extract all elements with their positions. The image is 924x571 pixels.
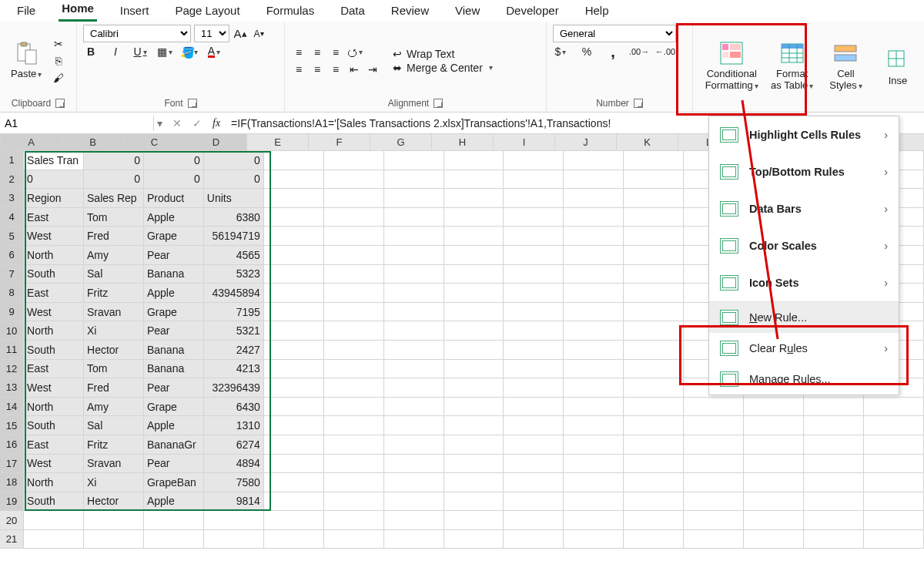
cell[interactable] [684,492,744,512]
cell[interactable] [444,321,504,341]
cell[interactable]: Sravan [84,303,144,322]
cell[interactable]: West [24,227,84,246]
cell[interactable]: 5321 [204,321,264,341]
cf-menu-highlight-cells-rules[interactable]: Highlight Cells Rules› [709,116,899,153]
cell[interactable]: 32396439 [204,378,264,398]
cell[interactable]: GrapeBan [144,473,204,492]
bold-button[interactable]: B [83,44,99,59]
cell[interactable] [564,170,624,190]
cell[interactable] [264,227,324,246]
cell[interactable] [444,378,504,398]
decrease-font-icon[interactable]: A▾ [251,26,266,42]
cell[interactable] [324,284,384,303]
tab-file[interactable]: File [14,2,38,22]
cell[interactable] [564,455,624,474]
cell[interactable]: Fritz [84,435,144,455]
cell[interactable]: 7195 [204,303,264,322]
cell[interactable]: 0 [84,170,144,190]
indent-increase-icon[interactable]: ⇥ [365,62,380,77]
cell[interactable] [624,189,684,208]
cell[interactable] [444,416,504,435]
cell[interactable]: Amy [84,398,144,417]
cell[interactable] [744,473,804,492]
column-header[interactable]: K [617,134,678,151]
cell[interactable] [504,208,564,227]
column-header[interactable]: D [186,134,247,151]
cell[interactable]: Sales Rep [84,189,144,208]
cell[interactable]: Banana [144,265,204,284]
cell[interactable]: Apple [144,416,204,435]
cell[interactable]: 5323 [204,265,264,284]
align-left-icon[interactable]: ≡ [291,62,306,77]
tab-view[interactable]: View [452,2,483,22]
row-header[interactable]: 2 [0,170,24,190]
cell[interactable]: Product [144,189,204,208]
align-center-icon[interactable]: ≡ [310,62,325,77]
cell[interactable] [624,246,684,265]
cell[interactable] [444,360,504,379]
cell[interactable] [444,227,504,246]
cell[interactable] [564,189,624,208]
cell[interactable] [384,284,444,303]
cell[interactable] [324,265,384,284]
cell[interactable] [504,360,564,379]
cf-menu-new-rule-[interactable]: New Rule... [709,302,899,333]
row-header[interactable]: 7 [0,265,24,284]
cell[interactable] [84,511,144,530]
cell[interactable] [324,341,384,360]
cell[interactable]: 0 [144,170,204,190]
tab-page-layout[interactable]: Page Layout [172,2,243,22]
cell[interactable] [624,227,684,246]
cell[interactable] [444,265,504,284]
comma-format-icon[interactable]: , [605,44,621,59]
cell[interactable] [444,284,504,303]
cell[interactable] [444,170,504,190]
cell[interactable] [324,227,384,246]
cell[interactable] [624,398,684,417]
cell[interactable]: 0 [204,151,264,170]
cell[interactable] [564,492,624,512]
cell[interactable] [384,265,444,284]
cell[interactable] [384,227,444,246]
cell[interactable] [384,151,444,170]
orientation-icon[interactable]: ⭯ [346,45,362,60]
cell[interactable]: Fred [84,227,144,246]
column-header[interactable]: B [62,134,124,151]
cell[interactable] [324,473,384,492]
cell[interactable] [504,530,564,549]
row-header[interactable]: 10 [0,321,24,341]
cell[interactable] [324,303,384,322]
font-name-select[interactable]: Calibri [83,25,191,42]
row-header[interactable]: 3 [0,189,24,208]
cell[interactable] [564,511,624,530]
cf-menu-color-scales[interactable]: Color Scales› [709,227,899,264]
cell[interactable] [864,473,924,492]
row-header[interactable]: 13 [0,378,24,398]
cell[interactable] [384,208,444,227]
cell[interactable]: North [24,246,84,265]
cell[interactable] [444,435,504,455]
cell[interactable] [624,455,684,474]
row-header[interactable]: 4 [0,208,24,227]
align-bottom-icon[interactable]: ≡ [328,45,343,60]
cell[interactable] [384,492,444,512]
tab-insert[interactable]: Insert [117,2,152,22]
formula-input[interactable]: =IF(Transactions!A1='[Sales Transactions… [231,117,611,129]
cell[interactable] [264,189,324,208]
cell[interactable]: Tom [84,360,144,379]
cell[interactable] [324,151,384,170]
format-painter-icon[interactable]: 🖌 [51,70,66,86]
cell-styles-button[interactable]: Cell Styles [820,39,872,92]
tab-home[interactable]: Home [59,0,97,22]
row-header[interactable]: 16 [0,435,24,455]
cell[interactable]: Tom [84,208,144,227]
cell[interactable]: 0 [144,151,204,170]
cell[interactable] [564,398,624,417]
cell[interactable] [444,455,504,474]
cell[interactable] [504,435,564,455]
cell[interactable]: East [24,435,84,455]
column-header[interactable]: G [370,134,432,151]
column-header[interactable]: A [1,134,62,151]
cell[interactable] [744,455,804,474]
cell[interactable] [24,530,84,549]
